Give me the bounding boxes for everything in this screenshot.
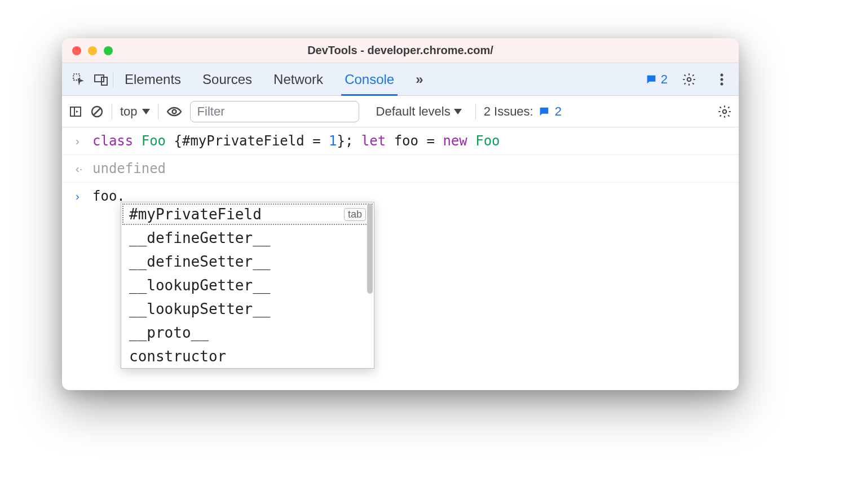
context-selector[interactable]: top — [120, 104, 150, 119]
main-toolbar: Elements Sources Network Console » 2 — [62, 63, 739, 96]
issues-label: 2 Issues: — [484, 104, 533, 119]
titlebar: DevTools - developer.chrome.com/ — [62, 38, 739, 63]
chevron-down-icon — [454, 109, 462, 114]
issues-badge-count: 2 — [661, 72, 668, 87]
console-code: class Foo {#myPrivateField = 1}; let foo… — [92, 133, 500, 149]
svg-point-6 — [721, 82, 723, 85]
issues-badge[interactable]: 2 — [645, 72, 668, 87]
svg-point-5 — [721, 78, 723, 81]
svg-rect-7 — [70, 107, 81, 116]
prompt-caret-icon: › — [76, 188, 86, 204]
toolbar-right: 2 — [645, 68, 733, 91]
minimize-button[interactable] — [88, 46, 97, 55]
tabs: Elements Sources Network Console » — [125, 63, 423, 95]
autocomplete-item[interactable]: constructor — [121, 344, 374, 368]
clear-console-icon[interactable] — [90, 105, 104, 118]
device-toggle-icon[interactable] — [90, 68, 113, 91]
svg-line-11 — [94, 108, 100, 115]
console-toolbar: top Default levels 2 Issues: 2 — [62, 96, 739, 127]
svg-point-12 — [172, 109, 176, 113]
console-input-past: › class Foo {#myPrivateField = 1}; let f… — [62, 127, 739, 155]
filter-input[interactable] — [190, 101, 359, 122]
maximize-button[interactable] — [104, 46, 113, 55]
autocomplete-item[interactable]: __proto__ — [121, 321, 374, 344]
output-caret-icon: ‹· — [76, 161, 86, 176]
divider — [112, 104, 112, 120]
scrollbar[interactable] — [367, 204, 373, 294]
context-label: top — [120, 104, 138, 119]
inspect-icon[interactable] — [68, 68, 90, 91]
autocomplete-label: __defineSetter__ — [129, 253, 270, 270]
tab-sources[interactable]: Sources — [202, 63, 252, 95]
levels-label: Default levels — [376, 104, 451, 119]
issues-count: 2 — [555, 104, 562, 119]
close-button[interactable] — [72, 46, 81, 55]
autocomplete-item[interactable]: __lookupSetter__ — [121, 297, 374, 321]
tab-elements[interactable]: Elements — [125, 63, 181, 95]
devtools-window: DevTools - developer.chrome.com/ Element… — [62, 38, 739, 390]
tabs-overflow-icon[interactable]: » — [416, 63, 423, 95]
issues-summary[interactable]: 2 Issues: 2 — [484, 104, 562, 119]
svg-point-4 — [721, 73, 723, 76]
svg-point-3 — [687, 77, 691, 81]
result-value: undefined — [92, 161, 166, 176]
live-expression-icon[interactable] — [166, 106, 182, 117]
divider — [113, 72, 113, 87]
autocomplete-label: __proto__ — [129, 324, 209, 341]
tab-hint: tab — [344, 208, 366, 221]
traffic-lights — [72, 46, 113, 55]
tab-network[interactable]: Network — [273, 63, 323, 95]
autocomplete-label: #myPrivateField — [129, 206, 262, 223]
window-title: DevTools - developer.chrome.com/ — [62, 44, 739, 57]
chevron-down-icon — [142, 109, 150, 114]
autocomplete-label: __lookupGetter__ — [129, 277, 270, 294]
autocomplete-label: constructor — [129, 348, 226, 365]
autocomplete-item[interactable]: #myPrivateField tab — [121, 202, 374, 226]
console-settings-icon[interactable] — [717, 104, 732, 119]
tab-console[interactable]: Console — [345, 63, 394, 95]
console-body: › class Foo {#myPrivateField = 1}; let f… — [62, 127, 739, 390]
svg-marker-9 — [76, 110, 78, 113]
autocomplete-label: __defineGetter__ — [129, 229, 270, 246]
autocomplete-popup: #myPrivateField tab __defineGetter__ __d… — [121, 202, 374, 369]
autocomplete-label: __lookupSetter__ — [129, 300, 270, 317]
svg-rect-1 — [95, 75, 104, 82]
divider — [475, 104, 476, 120]
autocomplete-item[interactable]: __defineSetter__ — [121, 250, 374, 273]
console-result: ‹· undefined — [62, 155, 739, 183]
sidebar-toggle-icon[interactable] — [69, 105, 82, 118]
log-levels-selector[interactable]: Default levels — [376, 104, 462, 119]
autocomplete-item[interactable]: __defineGetter__ — [121, 226, 374, 250]
svg-point-13 — [723, 109, 727, 113]
divider — [158, 104, 158, 120]
settings-icon[interactable] — [678, 68, 700, 91]
more-icon[interactable] — [710, 68, 733, 91]
autocomplete-item[interactable]: __lookupGetter__ — [121, 273, 374, 297]
input-caret-icon: › — [76, 133, 86, 149]
